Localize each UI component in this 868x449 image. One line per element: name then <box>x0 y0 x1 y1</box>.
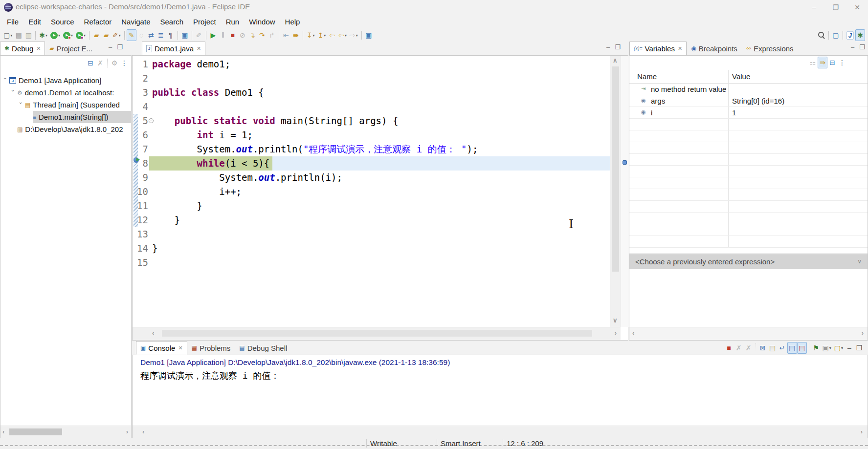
twisty-icon[interactable]: › <box>10 90 16 96</box>
close-icon[interactable]: ✕ <box>36 45 41 52</box>
tab-project-explorer[interactable]: ▰ Project E... <box>45 42 97 55</box>
maximize-icon[interactable]: ❐ <box>825 0 846 15</box>
tab-console[interactable]: ▣ Console ✕ <box>136 341 187 355</box>
menu-help[interactable]: Help <box>280 18 305 26</box>
view-menu-button[interactable]: ⋮ <box>837 57 847 68</box>
menu-window[interactable]: Window <box>244 18 280 26</box>
column-name[interactable]: Name <box>637 72 657 81</box>
empty-row[interactable] <box>629 154 868 166</box>
tab-debug-shell[interactable]: ▤ Debug Shell <box>235 341 291 355</box>
tree-item-3[interactable]: ≡Demo1.main(String[]) <box>0 111 131 123</box>
suspend-button[interactable]: ‖ <box>218 29 228 41</box>
save-button[interactable]: ▤ <box>14 29 23 41</box>
tree-item-0[interactable]: ›JDemo1 [Java Application] <box>0 74 131 86</box>
remove-all-terminated-button[interactable]: ✗ <box>744 342 754 354</box>
show-annotations-button[interactable]: ◌ <box>136 29 146 41</box>
empty-row[interactable] <box>629 201 868 213</box>
menu-source[interactable]: Source <box>46 18 79 26</box>
editor-vertical-scrollbar[interactable]: ∧ ∨ <box>610 56 621 327</box>
clear-console-button[interactable]: ⊠ <box>758 342 768 354</box>
scrollbar-thumb[interactable] <box>162 330 592 337</box>
code-editor[interactable]: ▶ 1package demo1;23public class Demo1 {4… <box>132 55 628 341</box>
close-icon[interactable]: ✕ <box>678 45 682 52</box>
console-view[interactable]: Demo1 [Java Application] D:\Develop\Java… <box>132 355 868 439</box>
debug-view-options-button[interactable]: ⚙ <box>110 57 119 69</box>
open-console-view-button[interactable]: ▣ <box>180 29 190 41</box>
debug-button[interactable]: ✱▾ <box>38 29 49 41</box>
run-button[interactable]: ▶▾ <box>49 29 62 41</box>
show-whitespace-button[interactable]: ¶ <box>166 29 176 41</box>
maximize-icon[interactable]: ❐ <box>117 43 123 51</box>
show-on-stdout-button[interactable]: ▤ <box>787 342 797 354</box>
minimize-icon[interactable]: – <box>606 43 610 51</box>
variables-horizontal-scrollbar[interactable]: ‹ › <box>629 327 868 340</box>
empty-row[interactable] <box>629 224 868 236</box>
terminate-button[interactable]: ■ <box>724 342 734 354</box>
empty-row[interactable] <box>629 177 868 189</box>
tree-item-1[interactable]: ›⚙demo1.Demo1 at localhost: <box>0 86 131 99</box>
twisty-icon[interactable]: › <box>18 102 24 108</box>
search-button[interactable] <box>817 29 826 41</box>
menu-refactor[interactable]: Refactor <box>79 18 117 26</box>
menu-run[interactable]: Run <box>221 18 245 26</box>
maximize-icon[interactable]: ❐ <box>859 43 865 51</box>
disconnect-button[interactable]: ⊘ <box>238 29 247 41</box>
column-value[interactable]: Value <box>732 72 750 81</box>
menu-project[interactable]: Project <box>188 18 221 26</box>
remove-all-terminated-button[interactable]: ✗ <box>95 57 105 69</box>
collapse-all-button[interactable]: ⊟ <box>827 57 837 68</box>
menu-file[interactable]: File <box>2 18 23 26</box>
pin-editor-button[interactable]: ▣ <box>364 29 374 41</box>
report-list-button[interactable]: ≣ <box>156 29 166 41</box>
variable-row-i[interactable]: ◉i1 <box>629 107 868 119</box>
resume-button[interactable]: ▶ <box>208 29 218 41</box>
variable-row-args[interactable]: ◉argsString[0] (id=16) <box>629 95 868 107</box>
scrollbar-thumb[interactable] <box>612 66 619 272</box>
step-over-button[interactable]: ↷ <box>257 29 267 41</box>
overview-ruler[interactable] <box>621 56 628 327</box>
close-icon[interactable]: ✕ <box>178 345 182 351</box>
minimize-icon[interactable]: – <box>851 43 854 51</box>
empty-row[interactable] <box>629 213 868 224</box>
expression-combo[interactable]: <Choose a previously entered expression>… <box>629 254 868 269</box>
scroll-right-icon[interactable]: › <box>126 428 128 435</box>
debug-horizontal-scrollbar[interactable]: ‹ › <box>0 426 131 438</box>
variables-table[interactable]: ⇥no method return value◉argsString[0] (i… <box>629 84 868 248</box>
variables-table-header[interactable]: Name Value <box>629 70 868 84</box>
chevron-down-icon[interactable]: ∨ <box>857 258 862 265</box>
terminate-button[interactable]: ■ <box>228 29 238 41</box>
remove-launch-button[interactable]: ✗ <box>734 342 744 354</box>
link-with-editor-button[interactable]: ⇄ <box>146 29 156 41</box>
close-icon[interactable]: ✕ <box>197 45 201 52</box>
tab-demo1-java[interactable]: J Demo1.java ✕ <box>142 42 205 55</box>
use-step-filters-button[interactable]: ⇛ <box>291 29 301 41</box>
last-edit-location-button[interactable]: ⇦ <box>327 29 337 41</box>
step-into-button[interactable]: ↴ <box>247 29 257 41</box>
open-console-button[interactable]: ▢▾ <box>833 342 845 354</box>
save-all-button[interactable]: ▥ <box>23 29 33 41</box>
scroll-left-icon[interactable]: ‹ <box>152 329 154 337</box>
scroll-up-icon[interactable]: ∧ <box>613 57 618 64</box>
tree-item-4[interactable]: ▥D:\Develop\Java\jdk1.8.0_202 <box>0 123 131 135</box>
editor-horizontal-scrollbar[interactable]: ‹ › <box>133 327 621 340</box>
tab-breakpoints[interactable]: ◉ Breakpoints <box>687 42 742 55</box>
show-on-stderr-button[interactable]: ▤ <box>797 342 807 354</box>
previous-annotation-button[interactable]: ↥▾ <box>316 29 328 41</box>
maximize-icon[interactable]: ❐ <box>615 43 621 51</box>
display-console-button[interactable]: ▣▾ <box>821 342 833 354</box>
maximize-button[interactable]: ❐ <box>854 342 864 354</box>
menu-search[interactable]: Search <box>155 18 188 26</box>
connect-button[interactable]: ⊟ <box>86 57 95 69</box>
scroll-right-icon[interactable]: › <box>615 329 617 337</box>
java-perspective-button[interactable]: J <box>845 29 855 41</box>
empty-row[interactable] <box>629 130 868 142</box>
next-annotation-button[interactable]: ↧▾ <box>305 29 316 41</box>
scroll-right-icon[interactable]: › <box>862 329 864 337</box>
show-logical-structure-button[interactable]: ⇛ <box>818 57 827 68</box>
view-menu-button[interactable]: ⋮ <box>119 57 129 69</box>
minimize-icon[interactable]: – <box>109 43 112 51</box>
empty-row[interactable] <box>629 119 868 130</box>
empty-row[interactable] <box>629 166 868 177</box>
show-type-names-button[interactable]: ⚏ <box>808 57 818 68</box>
tab-problems[interactable]: ▦ Problems <box>187 341 235 355</box>
